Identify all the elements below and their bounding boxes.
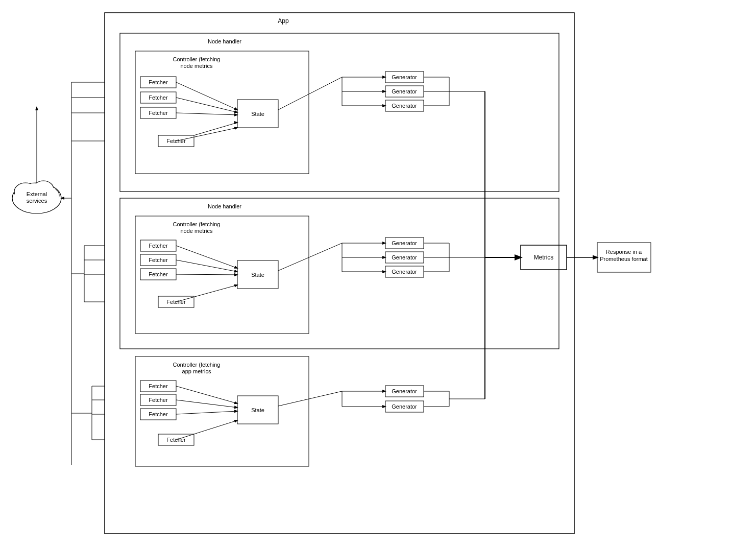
- controller-1-label: Controller (fetching: [173, 56, 221, 62]
- svg-rect-0: [105, 13, 574, 534]
- svg-text:app metrics: app metrics: [182, 368, 211, 374]
- svg-text:Metrics: Metrics: [534, 254, 554, 261]
- svg-text:Generator: Generator: [392, 240, 417, 246]
- node-handler-2-label: Node handler: [208, 203, 241, 209]
- svg-text:Fetcher: Fetcher: [149, 383, 168, 389]
- svg-text:Fetcher: Fetcher: [149, 79, 168, 85]
- diagram-svg: App Node handler Controller (fetching no…: [5, 5, 751, 542]
- svg-text:Generator: Generator: [392, 269, 417, 275]
- svg-line-53: [176, 274, 237, 275]
- svg-text:Fetcher: Fetcher: [149, 271, 168, 277]
- svg-text:Generator: Generator: [392, 88, 417, 94]
- svg-line-16: [176, 113, 237, 115]
- svg-text:node metrics: node metrics: [181, 228, 213, 234]
- svg-text:Generator: Generator: [392, 388, 417, 394]
- svg-text:Fetcher: Fetcher: [149, 257, 168, 263]
- svg-text:Fetcher: Fetcher: [149, 94, 168, 101]
- svg-line-51: [176, 246, 237, 268]
- svg-line-19: [176, 128, 237, 141]
- svg-line-87: [176, 411, 237, 414]
- svg-line-61: [278, 243, 342, 271]
- svg-text:Generator: Generator: [392, 254, 417, 260]
- svg-text:Fetcher: Fetcher: [149, 397, 168, 403]
- svg-line-15: [176, 98, 237, 112]
- svg-line-52: [176, 260, 237, 272]
- svg-text:Prometheus format: Prometheus format: [600, 256, 648, 262]
- svg-text:Generator: Generator: [392, 103, 417, 109]
- svg-text:State: State: [251, 272, 264, 278]
- svg-text:State: State: [251, 111, 264, 117]
- svg-text:Fetcher: Fetcher: [149, 243, 168, 249]
- svg-text:Response in a: Response in a: [606, 249, 642, 255]
- node-handler-1-label: Node handler: [208, 38, 241, 44]
- svg-line-14: [176, 82, 237, 110]
- svg-text:Controller (fetching: Controller (fetching: [173, 362, 221, 368]
- svg-text:node metrics: node metrics: [181, 63, 213, 69]
- svg-line-54: [176, 285, 237, 302]
- diagram-container: App Node handler Controller (fetching no…: [5, 5, 751, 542]
- svg-line-93: [278, 391, 342, 406]
- svg-text:Controller (fetching: Controller (fetching: [173, 221, 221, 227]
- app-label: App: [278, 17, 289, 25]
- svg-text:External: External: [27, 191, 47, 197]
- svg-line-88: [176, 420, 237, 440]
- svg-text:State: State: [251, 407, 264, 413]
- svg-text:Generator: Generator: [392, 403, 417, 410]
- svg-text:services: services: [27, 198, 47, 204]
- svg-text:Generator: Generator: [392, 74, 417, 80]
- svg-line-26: [278, 77, 342, 110]
- svg-text:Fetcher: Fetcher: [149, 110, 168, 116]
- svg-text:Fetcher: Fetcher: [149, 411, 168, 417]
